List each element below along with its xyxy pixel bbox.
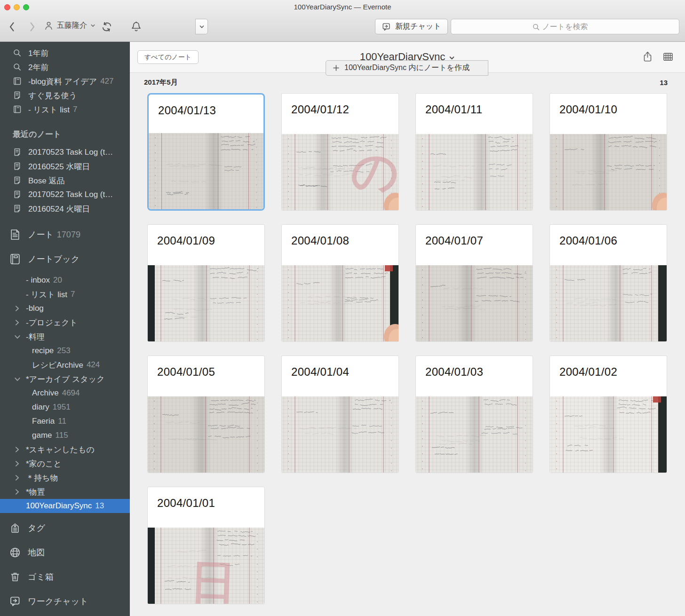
note-card[interactable]: 2004/01/01 日 [147,487,265,604]
chevron-down-icon[interactable] [14,334,26,340]
chevron-right-icon[interactable] [14,489,26,495]
note-card[interactable]: 2004/01/08 [281,224,399,342]
chevron-right-icon [28,21,36,32]
sidebar-shortcut-item[interactable]: 2年前 [0,60,130,74]
recent-note-item[interactable]: 20170523 Task Log (t… [0,145,130,159]
notebook-tree-item[interactable]: レシピArchive 424 [0,358,130,372]
note-card[interactable]: 2004/01/06 [550,224,667,342]
account-menu[interactable]: 五藤隆介 [44,21,96,31]
library-list: ノート 17079 ノートブック [0,222,130,271]
new-note-dropdown-button[interactable] [195,19,208,34]
chevron-right-icon[interactable] [14,319,26,326]
note-card[interactable]: 2004/01/10 [550,93,667,211]
chevron-down-icon [199,24,205,30]
notebook-tree-item[interactable]: *家のこと [0,457,130,471]
notebook-tree-item[interactable]: -プロジェクト [0,316,130,330]
note-card[interactable]: 2004/01/04 [281,355,399,473]
close-button[interactable] [4,4,10,10]
account-name: 五藤隆介 [57,21,87,31]
sidebar-item-map[interactable]: 地図 [0,540,130,565]
date-group-label: 2017年5月 [144,78,178,87]
notebook-tree-item[interactable]: *スキャンしたもの [0,442,130,457]
bell-icon [130,21,142,32]
note-thumbnail-photo [282,265,398,341]
tag-icon [9,522,21,534]
notebook-icon [13,77,22,86]
note-card[interactable]: 2004/01/12 の [281,93,399,211]
sidebar-item-notebooks[interactable]: ノートブック [0,247,130,271]
workchat-icon [9,595,21,608]
all-notes-button[interactable]: すべてのノート [137,50,199,64]
note-card-selected[interactable]: 2004/01/13 [147,93,265,211]
notebook-tree-item[interactable]: *アーカイブ スタック [0,372,130,386]
note-thumbnail-photo [416,265,533,341]
chevron-right-icon[interactable] [14,474,26,481]
notebook-tree-item[interactable]: ＊持ち物 [0,471,130,485]
recent-note-item[interactable]: Bose 返品 [0,174,130,188]
recent-note-item[interactable]: 20170522 Task Log (t… [0,188,130,202]
new-chat-label: 新規チャット [395,22,441,32]
notebook-tree-item[interactable]: *物置 [0,485,130,499]
notebook-big-icon [9,253,21,265]
sidebar-item-tags[interactable]: タグ [0,516,130,540]
note-thumbnail-photo [416,396,533,473]
minimize-button[interactable] [14,4,20,10]
sidebar-item-notes[interactable]: ノート 17079 [0,222,130,247]
notebook-tree-item[interactable]: -料理 [0,330,130,344]
note-thumbnail-photo [148,265,264,341]
note-icon [13,204,22,213]
note-count: 13 [660,79,668,87]
note-card[interactable]: 2004/01/09 [147,224,265,342]
note-card[interactable]: 2004/01/07 [415,224,533,342]
notebook-tree-item[interactable]: game 115 [0,428,130,442]
sidebar-shortcut-item[interactable]: - リスト list 7 [0,103,130,117]
chevron-down-icon[interactable] [14,376,26,382]
note-card[interactable]: 2004/01/05 [147,355,265,473]
notebook-tree-item[interactable]: Archive 4694 [0,386,130,400]
sidebar-shortcut-item[interactable]: 1年前 [0,46,130,60]
chevron-right-icon[interactable] [14,460,26,467]
notebook-tree-item[interactable]: Faeria 11 [0,414,130,428]
notifications-button[interactable] [130,21,142,32]
chevron-right-icon[interactable] [14,446,26,453]
search-icon [532,23,540,31]
back-button[interactable] [8,21,16,32]
search-input[interactable] [451,22,679,32]
zoom-button[interactable] [23,4,29,10]
new-note-button[interactable]: 100YearDiarySync 内にノートを作成 [326,60,488,76]
notes-big-icon [9,229,21,241]
forward-button[interactable] [28,21,36,32]
note-icon [13,190,22,199]
sidebar-item-workchat[interactable]: ワークチャット [0,589,130,614]
trash-icon [9,571,21,583]
note-thumbnail-photo [550,265,667,341]
note-card[interactable]: 2004/01/03 [415,355,533,473]
notebook-tree-item-selected[interactable]: 100YearDiarySync 13 [0,499,130,513]
note-card[interactable]: 2004/01/11 [415,93,533,211]
search-field [451,19,679,34]
map-icon [9,546,21,559]
share-button[interactable] [642,51,653,63]
new-chat-button[interactable]: 新規チャット [375,19,448,34]
grid-view-button[interactable] [662,51,674,63]
chevron-right-icon[interactable] [14,305,26,312]
sidebar-shortcut-item[interactable]: すぐ見る使う [0,88,130,103]
chat-icon [382,22,391,32]
svg-text:日: 日 [189,554,238,604]
svg-text:の: の [350,143,398,200]
sync-button[interactable] [101,21,113,33]
note-card[interactable]: 2004/01/02 [550,355,667,473]
sidebar-item-trash[interactable]: ゴミ箱 [0,565,130,589]
notebook-tree-item[interactable]: -blog [0,301,130,316]
sidebar-shortcut-item[interactable]: -blog資料 アイデア 427 [0,74,130,88]
note-icon [13,162,22,171]
recent-note-item[interactable]: 20160524 火曜日 [0,202,130,216]
notebook-tree-item[interactable]: diary 1951 [0,400,130,414]
note-thumbnail-photo [282,396,398,473]
recent-note-item[interactable]: 20160525 水曜日 [0,159,130,174]
note-thumbnail-photo [149,133,263,209]
notebook-tree-item[interactable]: - inbox 20 [0,273,130,287]
notebook-tree-item[interactable]: - リスト list 7 [0,287,130,301]
note-thumbnail-photo [550,134,667,210]
notebook-tree-item[interactable]: recipe 253 [0,344,130,358]
